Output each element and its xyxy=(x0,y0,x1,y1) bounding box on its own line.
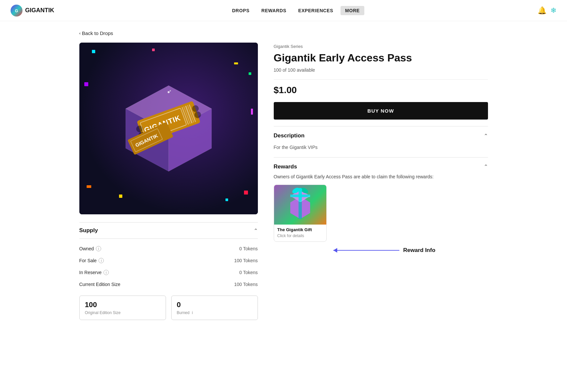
reward-card-gift[interactable]: The Gigantik Gift Click for details xyxy=(274,185,327,242)
deco-pixel-9 xyxy=(244,191,248,195)
deco-pixel-6 xyxy=(87,185,91,188)
product-image-container: GIGANTIK GIGANTIK xyxy=(79,43,258,214)
navbar: G GIGANTIK DROPS REWARDS EXPERIENCES MOR… xyxy=(0,0,567,21)
svg-point-28 xyxy=(298,188,302,192)
product-title: Gigantik Early Access Pass xyxy=(274,52,488,64)
supply-chevron-icon: ⌃ xyxy=(254,228,258,234)
reward-card-title: The Gigantik Gift xyxy=(274,225,326,233)
reward-info-annotation: Reward Info xyxy=(333,247,488,254)
supply-value-reserve: 0 Tokens xyxy=(239,270,258,275)
series-label: Gigantik Series xyxy=(274,44,488,49)
supply-label-owned: Owned i xyxy=(79,246,101,251)
reserve-info-icon[interactable]: i xyxy=(103,270,109,275)
notification-button[interactable]: 🔔 xyxy=(538,6,547,15)
burned-info-icon[interactable]: i xyxy=(192,310,193,315)
burned-box: 0 Burned i xyxy=(171,296,258,320)
left-column: GIGANTIK GIGANTIK xyxy=(79,43,258,320)
availability-text: 100 of 100 available xyxy=(274,67,488,73)
logo-text: GIGANTIK xyxy=(25,7,54,14)
burned-label: Burned i xyxy=(177,310,252,315)
description-chevron-icon: ⌃ xyxy=(484,133,488,139)
svg-rect-29 xyxy=(299,202,302,219)
snowflake-icon[interactable]: ❄ xyxy=(550,6,556,15)
nav-links: DROPS REWARDS EXPERIENCES MORE xyxy=(227,6,364,15)
deco-pixel-2 xyxy=(152,49,155,51)
supply-label-forsale: For Sale i xyxy=(79,258,104,263)
back-chevron-icon: ‹ xyxy=(79,31,81,36)
svg-text:G: G xyxy=(15,8,18,13)
nav-experiences[interactable]: EXPERIENCES xyxy=(294,6,338,15)
rewards-section: Rewards ⌃ Owners of Gigantik Early Acces… xyxy=(274,157,488,260)
supply-value-edition: 100 Tokens xyxy=(234,282,258,287)
rewards-header[interactable]: Rewards ⌃ xyxy=(274,163,488,170)
rewards-title: Rewards xyxy=(274,163,297,170)
burned-number: 0 xyxy=(177,301,252,309)
nav-drops[interactable]: DROPS xyxy=(227,6,254,15)
deco-pixel-5 xyxy=(84,82,88,86)
divider-1 xyxy=(274,79,488,80)
svg-point-21 xyxy=(170,90,171,91)
logo-icon: G xyxy=(11,5,22,17)
supply-row-owned: Owned i 0 Tokens xyxy=(79,243,258,255)
supply-header[interactable]: Supply ⌃ xyxy=(79,222,258,239)
description-section: Description ⌃ For the Gigantik VIPs xyxy=(274,126,488,157)
deco-pixel-4 xyxy=(249,72,251,75)
deco-pixel-10 xyxy=(251,109,253,115)
supply-row-reserve: In Reserve i 0 Tokens xyxy=(79,267,258,278)
supply-rows: Owned i 0 Tokens For Sale i 100 Tokens xyxy=(79,243,258,290)
product-info: Gigantik Series Gigantik Early Access Pa… xyxy=(274,43,488,260)
original-edition-label: Original Edition Size xyxy=(85,310,160,315)
product-cube-svg: GIGANTIK GIGANTIK xyxy=(99,66,238,191)
reward-card-image xyxy=(274,185,326,225)
supply-inputs: 100 Original Edition Size 0 Burned i xyxy=(79,296,258,320)
deco-pixel-8 xyxy=(225,198,228,201)
description-body: For the Gigantik VIPs xyxy=(274,144,488,151)
rewards-desc: Owners of Gigantik Early Access Pass are… xyxy=(274,174,488,179)
svg-point-20 xyxy=(168,91,170,93)
supply-section: Supply ⌃ Owned i 0 Tokens For Sale xyxy=(79,222,258,320)
description-header[interactable]: Description ⌃ xyxy=(274,132,488,139)
nav-rewards[interactable]: REWARDS xyxy=(257,6,291,15)
reward-cards-container: The Gigantik Gift Click for details xyxy=(274,185,488,242)
buy-now-button[interactable]: BUY NOW xyxy=(274,102,488,120)
deco-pixel-1 xyxy=(92,50,95,53)
description-title: Description xyxy=(274,132,305,139)
svg-marker-25 xyxy=(290,195,310,197)
price-display: $1.00 xyxy=(274,85,488,95)
product-image: GIGANTIK GIGANTIK xyxy=(79,43,258,214)
rewards-chevron-icon: ⌃ xyxy=(484,163,488,170)
logo[interactable]: G GIGANTIK xyxy=(11,5,54,17)
back-label: Back to Drops xyxy=(82,30,113,36)
reward-info-label: Reward Info xyxy=(403,247,435,254)
gift-box-svg xyxy=(282,187,318,223)
supply-row-forsale: For Sale i 100 Tokens xyxy=(79,255,258,267)
original-edition-box: 100 Original Edition Size xyxy=(79,296,166,320)
owned-info-icon[interactable]: i xyxy=(96,246,101,251)
supply-row-edition: Current Edition Size 100 Tokens xyxy=(79,278,258,290)
back-to-drops-link[interactable]: ‹ Back to Drops xyxy=(79,30,488,36)
reward-info-arrow-icon xyxy=(333,250,399,251)
original-edition-number: 100 xyxy=(85,301,160,309)
deco-pixel-7 xyxy=(119,195,122,198)
reward-card-link[interactable]: Click for details xyxy=(274,233,326,241)
nav-more-button[interactable]: MORE xyxy=(341,6,364,15)
forsale-info-icon[interactable]: i xyxy=(99,258,104,263)
nav-icon-group: 🔔 ❄ xyxy=(538,6,556,15)
supply-value-forsale: 100 Tokens xyxy=(234,258,258,263)
supply-value-owned: 0 Tokens xyxy=(239,246,258,251)
deco-pixel-3 xyxy=(234,62,238,64)
supply-label-edition: Current Edition Size xyxy=(79,282,121,287)
supply-title: Supply xyxy=(79,227,98,234)
supply-label-reserve: In Reserve i xyxy=(79,270,109,275)
